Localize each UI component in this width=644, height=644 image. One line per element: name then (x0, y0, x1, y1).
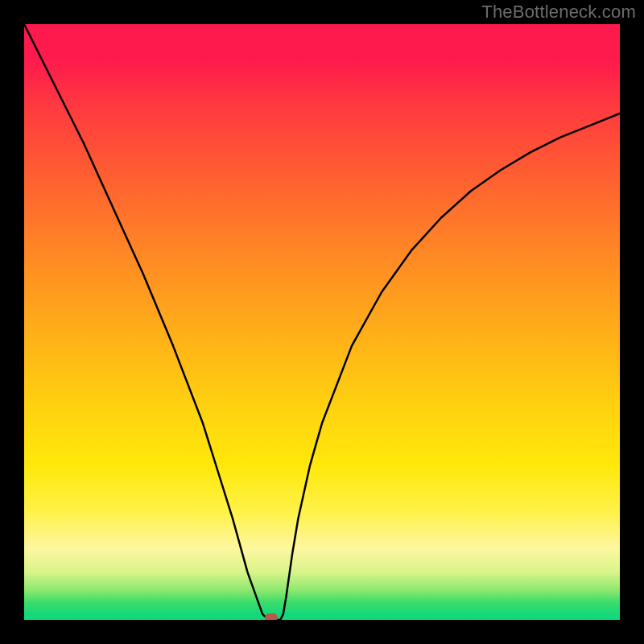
bottleneck-curve (24, 24, 620, 620)
plot-area (24, 24, 620, 620)
optimal-marker (265, 613, 278, 620)
chart-frame: TheBottleneck.com (0, 0, 644, 644)
watermark-text: TheBottleneck.com (481, 2, 636, 23)
